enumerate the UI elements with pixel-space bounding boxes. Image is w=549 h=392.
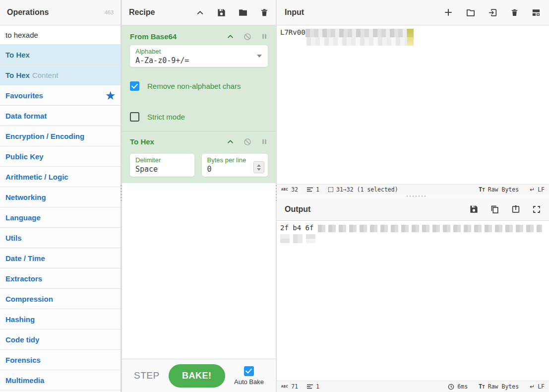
output-panel: Output 2f b4 6f ABC71 1 6ms TTRaw By bbox=[277, 198, 549, 392]
splitter-handle-icon bbox=[121, 185, 122, 202]
eol-value: LF bbox=[538, 186, 545, 193]
delimiter-input[interactable] bbox=[135, 164, 189, 174]
operation-header: To Hex bbox=[122, 131, 276, 146]
strict-mode-checkbox[interactable]: Strict mode bbox=[130, 112, 268, 131]
line-count-value: 1 bbox=[316, 383, 319, 390]
input-title: Input bbox=[285, 8, 304, 17]
sidebar-item-compression[interactable]: Compression bbox=[0, 289, 121, 309]
category-label: Language bbox=[5, 213, 41, 222]
input-status-bar: ABC32 1 31→32 (1 selected) TTRaw Bytes ↵… bbox=[277, 184, 549, 195]
stepper-up-icon[interactable] bbox=[257, 164, 261, 167]
output-eol-toggle[interactable]: ↵LF bbox=[530, 383, 545, 390]
sidebar-item-hashing[interactable]: Hashing bbox=[0, 309, 121, 329]
sidebar-item-data-format[interactable]: Data format bbox=[0, 106, 121, 126]
operations-sidebar: Operations 463 To Hex To Hex Content Fav… bbox=[0, 0, 121, 392]
operation-from-base64[interactable]: From Base64 Alphabet A-Za-z0-9+/= bbox=[122, 25, 276, 131]
operation-to-hex[interactable]: To Hex Delimiter Bytes per line bbox=[122, 131, 276, 183]
category-label: Arithmetic / Logic bbox=[5, 173, 68, 181]
output-status-bar: ABC71 1 6ms TTRaw Bytes ↵LF bbox=[277, 381, 549, 392]
output-encoding-toggle[interactable]: TTRaw Bytes bbox=[479, 383, 519, 390]
line-count-value: 1 bbox=[316, 186, 319, 193]
delimiter-field[interactable]: Delimiter bbox=[130, 154, 194, 177]
search-result-to-hex[interactable]: To Hex bbox=[0, 45, 121, 65]
alphabet-dropdown[interactable]: Alphabet A-Za-z0-9+/= bbox=[130, 45, 268, 67]
char-count-value: 71 bbox=[291, 383, 298, 390]
disable-op-icon[interactable] bbox=[244, 138, 251, 146]
sidebar-item-multimedia[interactable]: Multimedia bbox=[0, 370, 121, 391]
open-output-icon[interactable] bbox=[511, 204, 521, 214]
bytes-per-line-field[interactable]: Bytes per line bbox=[202, 154, 268, 177]
operations-count: 463 bbox=[105, 9, 114, 15]
output-text-area[interactable]: 2f b4 6f bbox=[277, 221, 549, 381]
redacted-output-text bbox=[293, 234, 303, 243]
selection-info: 31→32 (1 selected) bbox=[328, 186, 398, 193]
collapse-op-icon[interactable] bbox=[227, 33, 234, 40]
input-text-area[interactable]: L7Rv00 bbox=[277, 25, 549, 184]
add-tab-plus-icon[interactable] bbox=[443, 7, 453, 17]
result-label: To Hex bbox=[5, 71, 30, 79]
sidebar-item-networking[interactable]: Networking bbox=[0, 187, 121, 207]
open-file-folder-icon[interactable] bbox=[466, 8, 476, 17]
auto-bake-control[interactable]: Auto Bake bbox=[234, 366, 264, 386]
search-result-to-hex-content[interactable]: To Hex Content bbox=[0, 65, 121, 85]
category-label: Hashing bbox=[5, 315, 35, 324]
sidebar-item-extractors[interactable]: Extractors bbox=[0, 268, 121, 289]
sidebar-item-forensics[interactable]: Forensics bbox=[0, 350, 121, 370]
redacted-output-text bbox=[306, 234, 315, 243]
character-encoding-icon: TT bbox=[479, 383, 485, 390]
sidebar-item-code-tidy[interactable]: Code tidy bbox=[0, 329, 121, 350]
io-splitter[interactable] bbox=[277, 195, 549, 198]
step-button[interactable]: STEP bbox=[134, 370, 160, 381]
eol-value: LF bbox=[538, 383, 545, 390]
stepper-down-icon[interactable] bbox=[257, 168, 261, 171]
input-header: Input bbox=[277, 0, 549, 25]
remove-non-alphabet-checkbox[interactable]: Remove non-alphabet chars bbox=[130, 81, 268, 91]
maximize-output-icon[interactable] bbox=[532, 205, 541, 214]
char-count: ABC71 bbox=[281, 383, 298, 390]
collapse-op-icon[interactable] bbox=[227, 138, 234, 145]
auto-bake-checkbox[interactable] bbox=[244, 366, 254, 376]
number-stepper[interactable] bbox=[253, 161, 264, 173]
category-label: Code tidy bbox=[5, 335, 39, 344]
clear-recipe-trash-icon[interactable] bbox=[260, 8, 269, 17]
open-input-icon[interactable] bbox=[488, 8, 498, 17]
sidebar-item-favourites[interactable]: Favourites ★ bbox=[0, 85, 121, 106]
sidebar-item-arithmetic-logic[interactable]: Arithmetic / Logic bbox=[0, 167, 121, 187]
save-output-icon[interactable] bbox=[469, 204, 479, 214]
lines-icon bbox=[307, 187, 313, 192]
category-label: Public Key bbox=[5, 152, 44, 161]
sidebar-item-encryption-encoding[interactable]: Encryption / Encoding bbox=[0, 126, 121, 146]
clear-input-trash-icon[interactable] bbox=[510, 8, 519, 17]
checkbox-checked-icon[interactable] bbox=[130, 81, 139, 91]
checkbox-label: Remove non-alphabet chars bbox=[147, 82, 241, 90]
search-input[interactable] bbox=[0, 25, 121, 44]
star-icon[interactable]: ★ bbox=[106, 90, 115, 101]
input-encoding-toggle[interactable]: TTRaw Bytes bbox=[479, 186, 519, 193]
bake-button[interactable]: BAKE! bbox=[169, 364, 225, 388]
breakpoint-pause-icon[interactable] bbox=[261, 33, 268, 40]
save-recipe-icon[interactable] bbox=[217, 8, 226, 17]
sidebar-item-language[interactable]: Language bbox=[0, 207, 121, 228]
load-recipe-folder-icon[interactable] bbox=[238, 8, 248, 17]
input-line-1: L7Rv00 bbox=[280, 28, 546, 37]
category-label: Utils bbox=[5, 234, 22, 242]
encoding-value: Raw Bytes bbox=[488, 383, 519, 390]
layout-tabs-icon[interactable] bbox=[531, 8, 541, 17]
sidebar-item-utils[interactable]: Utils bbox=[0, 228, 121, 248]
clock-icon bbox=[448, 384, 454, 390]
output-line-1: 2f b4 6f bbox=[280, 224, 546, 232]
collapse-recipe-icon[interactable] bbox=[195, 8, 205, 17]
sidebar-item-public-key[interactable]: Public Key bbox=[0, 146, 121, 167]
breakpoint-pause-icon[interactable] bbox=[261, 138, 268, 145]
char-count-icon: ABC bbox=[281, 188, 288, 192]
category-label: Multimedia bbox=[5, 376, 44, 385]
arg-value: A-Za-z0-9+/= bbox=[135, 56, 262, 65]
sidebar-splitter[interactable] bbox=[121, 0, 122, 392]
checkbox-unchecked-icon[interactable] bbox=[130, 112, 139, 122]
operation-header: From Base64 bbox=[122, 25, 276, 41]
input-eol-toggle[interactable]: ↵LF bbox=[530, 186, 545, 193]
sidebar-item-date-time[interactable]: Date / Time bbox=[0, 248, 121, 268]
bytes-per-line-input[interactable] bbox=[207, 164, 247, 174]
disable-op-icon[interactable] bbox=[244, 33, 251, 41]
copy-output-icon[interactable] bbox=[490, 204, 499, 214]
